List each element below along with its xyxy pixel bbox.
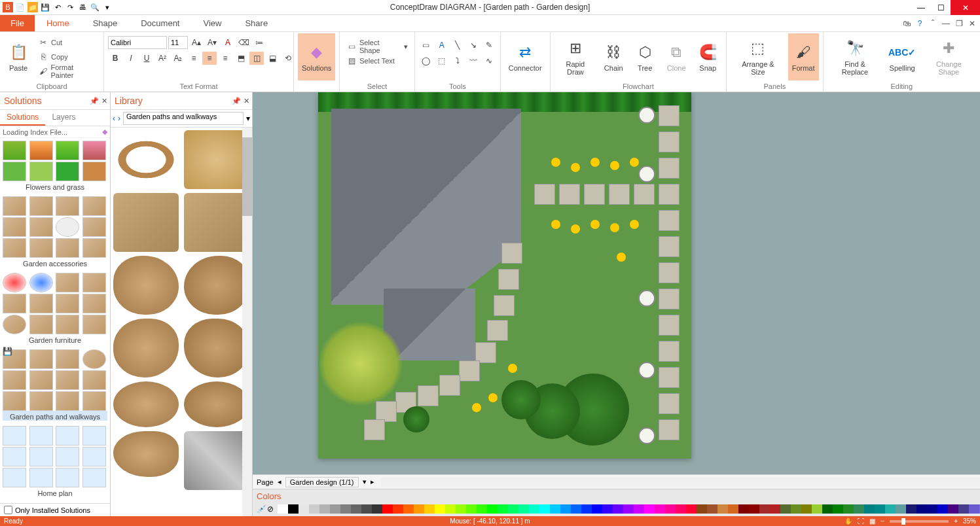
- hand-icon[interactable]: ✋: [844, 517, 852, 525]
- paste-button[interactable]: 📋 Paste: [4, 33, 33, 80]
- path-tile[interactable]: [659, 262, 680, 283]
- pin-icon[interactable]: 📌: [232, 97, 241, 105]
- color-swatch[interactable]: [770, 504, 780, 514]
- curve-tool[interactable]: 〰: [466, 54, 481, 67]
- path-tile[interactable]: [659, 132, 680, 152]
- color-swatch[interactable]: [697, 504, 707, 514]
- library-item[interactable]: [184, 431, 249, 490]
- flower[interactable]: [630, 158, 639, 167]
- solutions-body[interactable]: Flowers and grass Garden accessories Gar…: [0, 138, 110, 503]
- path-tile[interactable]: [659, 341, 680, 362]
- tree-button[interactable]: ⬡Tree: [630, 33, 659, 80]
- color-swatch[interactable]: [529, 504, 539, 514]
- color-swatch[interactable]: [864, 504, 875, 514]
- color-swatch[interactable]: [602, 504, 613, 514]
- help-icon[interactable]: ?: [915, 18, 925, 29]
- path-tile[interactable]: [559, 184, 580, 205]
- pen-tool[interactable]: ✎: [482, 39, 496, 52]
- scrollbar-thumb[interactable]: [242, 137, 252, 216]
- line-tool[interactable]: ╲: [450, 39, 465, 52]
- maximize-button[interactable]: ☐: [931, 0, 951, 15]
- subscript-button[interactable]: A₂: [171, 52, 185, 65]
- color-swatch[interactable]: [550, 504, 560, 514]
- color-swatch[interactable]: [361, 504, 372, 514]
- font-color-button[interactable]: A: [221, 36, 235, 49]
- color-swatch[interactable]: [791, 504, 801, 514]
- flower[interactable]: [472, 403, 481, 412]
- path-tile[interactable]: [534, 184, 555, 205]
- rectangle-tool[interactable]: ▭: [419, 39, 433, 52]
- puzzle-icon[interactable]: ◆: [102, 128, 107, 136]
- lib-dropdown-icon[interactable]: ▾: [246, 114, 250, 123]
- color-swatch[interactable]: [707, 504, 717, 514]
- flower[interactable]: [590, 158, 600, 167]
- flower[interactable]: [508, 364, 517, 373]
- path-tile[interactable]: [498, 269, 519, 290]
- mdi-close-icon[interactable]: ✕: [967, 18, 977, 29]
- category-furniture[interactable]: Garden furniture: [3, 273, 107, 344]
- eyedropper-icon[interactable]: 💉: [257, 504, 267, 515]
- color-swatch[interactable]: [665, 504, 676, 514]
- color-swatch[interactable]: [780, 504, 791, 514]
- only-installed-row[interactable]: Only Installed Solutions: [0, 503, 110, 516]
- color-swatch[interactable]: [738, 504, 749, 514]
- library-item[interactable]: [113, 319, 179, 377]
- library-scrollbar[interactable]: [242, 128, 252, 516]
- arc-tool[interactable]: ⤵: [450, 54, 465, 67]
- color-swatch[interactable]: [749, 504, 759, 514]
- path-tile[interactable]: [634, 184, 655, 205]
- library-dropdown[interactable]: Garden paths and walkways: [123, 112, 244, 125]
- next-lib-icon[interactable]: ›: [118, 114, 120, 123]
- arrange-size-button[interactable]: ⬚Arrange & Size: [731, 33, 785, 80]
- library-item[interactable]: [184, 381, 249, 427]
- text-direction-button[interactable]: ⟲: [281, 52, 295, 65]
- library-item[interactable]: [113, 431, 179, 477]
- fit-icon[interactable]: ⛶: [858, 517, 864, 525]
- layers-tab[interactable]: Layers: [45, 110, 82, 126]
- flower[interactable]: [551, 158, 560, 167]
- path-tile[interactable]: [364, 419, 385, 440]
- path-tile[interactable]: [659, 419, 680, 440]
- library-item[interactable]: [113, 381, 179, 427]
- library-item[interactable]: [184, 256, 249, 315]
- color-swatch[interactable]: [676, 504, 686, 514]
- align-bottom-button[interactable]: ⬓: [265, 52, 280, 65]
- color-swatch[interactable]: [728, 504, 738, 514]
- tab-shape[interactable]: Shape: [81, 15, 130, 31]
- print-icon[interactable]: 🖶: [77, 2, 88, 12]
- library-item[interactable]: [113, 256, 179, 315]
- color-swatch[interactable]: [822, 504, 833, 514]
- category-paths[interactable]: 💾 Garden paths and walkways: [3, 349, 107, 421]
- path-tile[interactable]: [659, 236, 680, 257]
- path-tile[interactable]: [659, 289, 680, 309]
- align-center-button[interactable]: ≡: [202, 52, 217, 65]
- open-icon[interactable]: 📁: [27, 2, 38, 12]
- flower[interactable]: [590, 220, 600, 229]
- decrease-font-button[interactable]: A▾: [205, 36, 219, 49]
- color-swatch[interactable]: [560, 504, 571, 514]
- color-swatch[interactable]: [393, 504, 403, 514]
- path-tile[interactable]: [659, 105, 680, 126]
- color-swatch[interactable]: [812, 504, 822, 514]
- lamp[interactable]: [638, 427, 655, 444]
- pin-icon[interactable]: 📌: [90, 97, 99, 105]
- color-swatch[interactable]: [278, 504, 288, 514]
- solutions-tab[interactable]: Solutions: [0, 110, 45, 126]
- spline-tool[interactable]: ∿: [482, 54, 496, 67]
- grid-icon[interactable]: ▦: [869, 517, 875, 525]
- italic-button[interactable]: I: [124, 52, 138, 65]
- minimize-button[interactable]: —: [911, 0, 931, 15]
- color-swatch[interactable]: [875, 504, 885, 514]
- path-tile[interactable]: [487, 320, 508, 341]
- lamp[interactable]: [638, 166, 655, 183]
- undo-icon[interactable]: ↶: [52, 2, 63, 12]
- only-installed-checkbox[interactable]: [4, 506, 12, 514]
- bold-button[interactable]: B: [108, 52, 122, 65]
- library-item[interactable]: [184, 193, 249, 252]
- flower[interactable]: [551, 220, 560, 229]
- color-swatch[interactable]: [309, 504, 319, 514]
- path-tile[interactable]: [659, 315, 680, 336]
- close-panel-icon[interactable]: ✕: [244, 97, 249, 105]
- solutions-button[interactable]: ◆ Solutions: [298, 33, 335, 80]
- path-tile[interactable]: [659, 367, 680, 388]
